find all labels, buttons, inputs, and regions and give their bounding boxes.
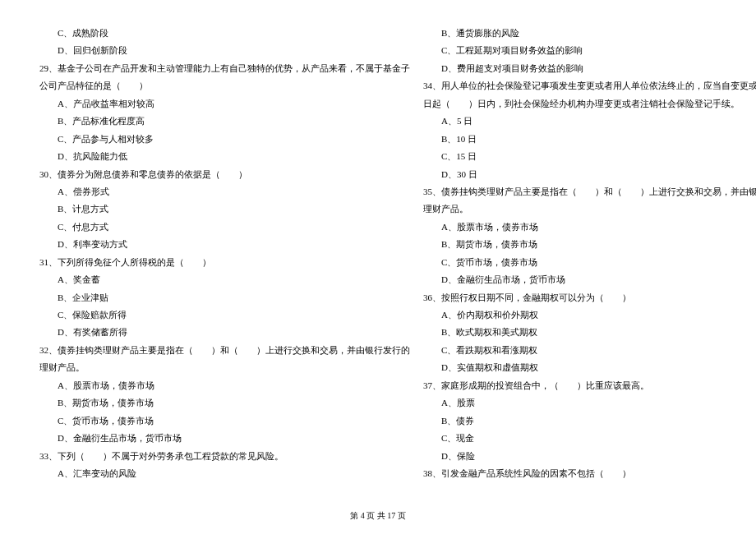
option-text: B、欧式期权和美式期权 [423,324,756,341]
option-text: C、保险赔款所得 [39,306,410,324]
option-text: A、奖金蓄 [39,271,410,288]
question-text: 理财产品。 [39,359,410,376]
option-text: C、看跌期权和看涨期权 [423,342,756,359]
option-text: C、货币市场，债券市场 [423,254,756,271]
option-text: A、价内期权和价外期权 [423,306,756,324]
question-text: 32、债券挂钩类理财产品主要是指在（ ）和（ ）上进行交换和交易，并由银行发行的 [39,342,410,359]
question-text: 理财产品。 [423,200,756,218]
option-text: B、计息方式 [39,200,410,218]
question-text: 37、家庭形成期的投资组合中，（ ）比重应该最高。 [423,377,756,394]
question-text: 日起（ ）日内，到社会保险经办机构办理变更或者注销社会保险登记手续。 [423,95,756,113]
page-footer: 第 4 页 共 17 页 [0,510,756,522]
question-text: 29、基金子公司在产品开发和主动管理能力上有自己独特的优势，从产品来看，不属于基… [39,60,410,77]
option-text: C、15 日 [423,148,756,165]
option-text: D、回归创新阶段 [39,42,410,59]
option-text: C、付息方式 [39,219,410,236]
option-text: C、成熟阶段 [39,25,410,42]
question-text: 33、下列（ ）不属于对外劳务承包工程贷款的常见风险。 [39,448,410,465]
question-text: 34、用人单位的社会保险登记事项发生变更或者用人单位依法终止的，应当自变更或者终… [423,77,756,94]
option-text: B、企业津贴 [39,289,410,306]
option-text: D、金融衍生品市场，货币市场 [39,430,410,447]
question-text: 36、按照行权日期不同，金融期权可以分为（ ） [423,289,756,306]
option-text: B、产品标准化程度高 [39,113,410,130]
option-text: B、10 日 [423,131,756,148]
option-text: D、抗风险能力低 [39,148,410,165]
option-text: A、汇率变动的风险 [39,465,410,482]
question-text: 35、债券挂钩类理财产品主要是指在（ ）和（ ）上进行交换和交易，并由银行发行的 [423,183,756,200]
option-text: D、金融衍生品市场，货币市场 [423,271,756,288]
option-text: D、有奖储蓄所得 [39,324,410,341]
question-text: 38、引发金融产品系统性风险的因素不包括（ ） [423,465,756,482]
option-text: D、保险 [423,448,756,465]
option-text: C、工程延期对项目财务效益的影响 [423,42,756,59]
option-text: D、30 日 [423,166,756,183]
option-text: C、产品参与人相对较多 [39,131,410,148]
left-column: C、成熟阶段 D、回归创新阶段 29、基金子公司在产品开发和主动管理能力上有自己… [33,25,417,482]
option-text: A、产品收益率相对较高 [39,95,410,113]
option-text: D、利率变动方式 [39,236,410,253]
option-text: D、实值期权和虚值期权 [423,359,756,376]
option-text: C、现金 [423,430,756,447]
option-text: A、股票 [423,394,756,412]
option-text: D、费用超支对项目财务效益的影响 [423,60,756,77]
page-container: C、成熟阶段 D、回归创新阶段 29、基金子公司在产品开发和主动管理能力上有自己… [0,0,756,507]
question-text: 31、下列所得免征个人所得税的是（ ） [39,254,410,271]
option-text: B、期货市场，债券市场 [39,394,410,412]
option-text: A、偿券形式 [39,183,410,200]
option-text: B、债券 [423,412,756,430]
question-text: 30、债券分为附息债券和零息债券的依据是（ ） [39,166,410,183]
option-text: B、通货膨胀的风险 [423,25,756,42]
option-text: B、期货市场，债券市场 [423,236,756,253]
option-text: A、5 日 [423,113,756,130]
question-text: 公司产品特征的是（ ） [39,77,410,94]
option-text: A、股票市场，债券市场 [423,219,756,236]
option-text: C、货币市场，债券市场 [39,412,410,430]
option-text: A、股票市场，债券市场 [39,377,410,394]
right-column: B、通货膨胀的风险 C、工程延期对项目财务效益的影响 D、费用超支对项目财务效益… [417,25,756,482]
